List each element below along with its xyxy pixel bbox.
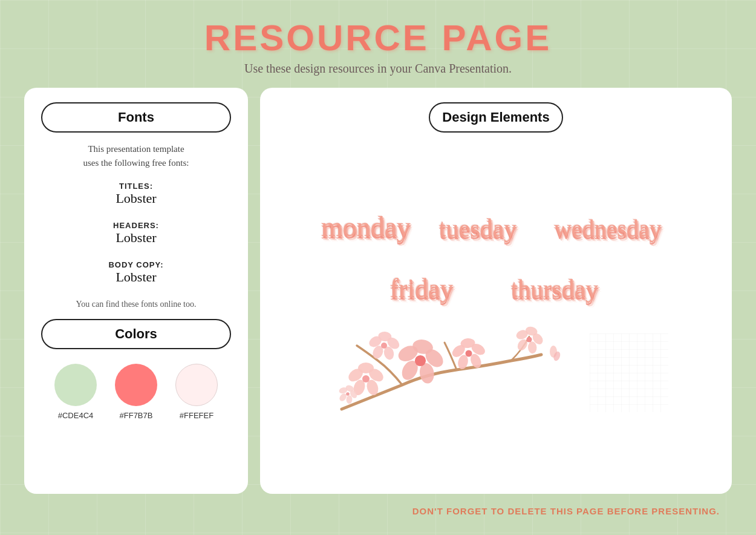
svg-point-43 — [346, 395, 352, 404]
day-tuesday: tuesday tuesday — [429, 203, 526, 252]
svg-point-47 — [346, 392, 350, 396]
headers-entry: HEADERS: Lobster — [41, 221, 231, 246]
footer-text: DON'T FORGET TO DELETE THIS PAGE BEFORE … — [412, 506, 720, 516]
svg-point-39 — [527, 337, 532, 343]
day-wednesday: wednesday wednesday — [544, 203, 671, 252]
svg-point-27 — [381, 343, 387, 349]
day-friday: friday friday — [378, 264, 466, 312]
colors-section-header: Colors — [41, 319, 231, 349]
page-wrapper: RESOURCE PAGE Use these design resources… — [0, 0, 756, 535]
svg-point-15 — [362, 375, 370, 382]
main-content: Fonts This presentation template uses th… — [24, 88, 732, 494]
footer: DON'T FORGET TO DELETE THIS PAGE BEFORE … — [24, 500, 732, 523]
headers-font: Lobster — [41, 230, 231, 246]
right-panel: Design Elements monday monday tuesday tu… — [260, 88, 732, 494]
fonts-description: This presentation template uses the foll… — [41, 142, 231, 169]
color-label-3: #FFEFEF — [180, 411, 213, 420]
fonts-desc-line2: uses the following free fonts: — [83, 158, 189, 168]
design-elements-area: monday monday tuesday tuesday wednesday — [277, 145, 715, 479]
svg-text:tuesday: tuesday — [439, 214, 516, 242]
day-thursday: thursday thursday — [496, 264, 614, 312]
body-font: Lobster — [41, 269, 231, 285]
svg-text:thursday: thursday — [511, 275, 599, 303]
fonts-desc-line1: This presentation template — [88, 144, 184, 154]
fonts-section-header: Fonts — [41, 102, 231, 133]
color-swatch-3: #FFEFEF — [175, 364, 218, 420]
color-circle-1 — [54, 364, 97, 406]
page-subtitle: Use these design resources in your Canva… — [204, 62, 552, 76]
color-label-1: #CDE4C4 — [58, 411, 94, 420]
body-entry: BODY COPY: Lobster — [41, 260, 231, 285]
titles-label: TITLES: — [41, 182, 231, 191]
svg-point-21 — [415, 355, 426, 366]
body-label: BODY COPY: — [41, 260, 231, 269]
page-title: RESOURCE PAGE — [204, 18, 552, 58]
color-label-2: #FF7B7B — [120, 411, 153, 420]
grid-decoration — [590, 333, 668, 412]
colors-swatches: #CDE4C4 #FF7B7B #FFEFEF — [41, 364, 231, 420]
titles-font: Lobster — [41, 191, 231, 206]
header: RESOURCE PAGE Use these design resources… — [204, 18, 552, 76]
svg-point-35 — [527, 341, 536, 354]
svg-text:wednesday: wednesday — [554, 215, 662, 242]
left-panel: Fonts This presentation template uses th… — [24, 88, 248, 494]
design-elements-header: Design Elements — [429, 102, 562, 133]
headers-label: HEADERS: — [41, 221, 231, 230]
days-row-1: monday monday tuesday tuesday wednesday — [321, 203, 671, 252]
cherry-blossom-area — [324, 324, 668, 421]
svg-point-33 — [466, 350, 472, 357]
titles-entry: TITLES: Lobster — [41, 182, 231, 206]
day-monday: monday monday — [321, 203, 411, 252]
fonts-note: You can find these fonts online too. — [41, 300, 231, 309]
color-circle-2 — [115, 364, 157, 406]
days-row-2: friday friday thursday thursday — [378, 264, 614, 312]
svg-text:monday: monday — [321, 211, 411, 242]
svg-text:friday: friday — [389, 274, 453, 303]
svg-rect-48 — [590, 333, 668, 412]
color-circle-3 — [175, 364, 218, 406]
cherry-blossom-svg — [324, 324, 578, 421]
color-swatch-1: #CDE4C4 — [54, 364, 97, 420]
color-swatch-2: #FF7B7B — [115, 364, 157, 420]
